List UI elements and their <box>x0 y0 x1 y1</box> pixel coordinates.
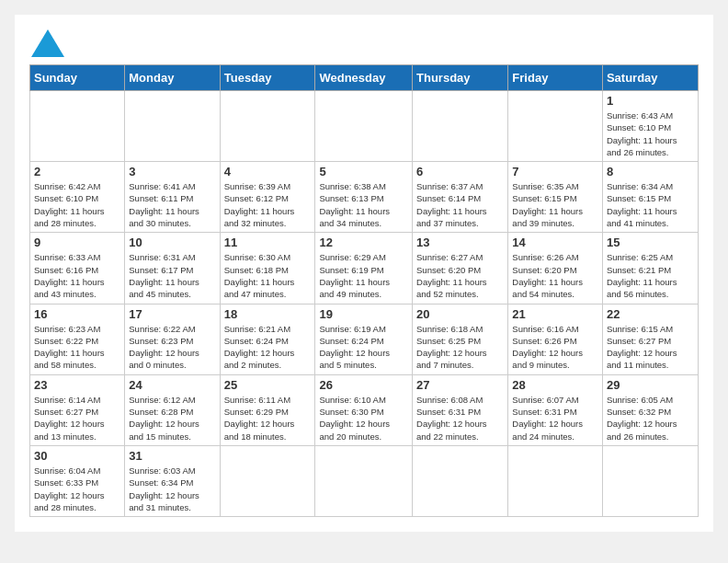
calendar-cell: 15Sunrise: 6:25 AM Sunset: 6:21 PM Dayli… <box>602 233 698 304</box>
day-number: 31 <box>129 449 215 463</box>
day-number: 6 <box>416 165 504 178</box>
day-info: Sunrise: 6:07 AM Sunset: 6:31 PM Dayligh… <box>512 394 598 442</box>
day-info: Sunrise: 6:27 AM Sunset: 6:20 PM Dayligh… <box>416 251 504 300</box>
calendar-cell: 12Sunrise: 6:29 AM Sunset: 6:19 PM Dayli… <box>315 233 413 304</box>
day-number: 10 <box>129 236 215 249</box>
day-number: 23 <box>34 378 120 392</box>
calendar-cell <box>125 91 220 162</box>
day-number: 22 <box>607 307 694 321</box>
day-info: Sunrise: 6:21 AM Sunset: 6:24 PM Dayligh… <box>224 323 312 372</box>
calendar-cell: 23Sunrise: 6:14 AM Sunset: 6:27 PM Dayli… <box>30 374 125 445</box>
day-info: Sunrise: 6:19 AM Sunset: 6:24 PM Dayligh… <box>319 323 408 372</box>
day-number: 21 <box>512 307 598 321</box>
day-number: 1 <box>607 94 694 108</box>
calendar-cell: 21Sunrise: 6:16 AM Sunset: 6:26 PM Dayli… <box>508 304 603 374</box>
day-info: Sunrise: 6:22 AM Sunset: 6:23 PM Dayligh… <box>129 323 215 372</box>
calendar-cell: 27Sunrise: 6:08 AM Sunset: 6:31 PM Dayli… <box>413 374 508 445</box>
day-info: Sunrise: 6:26 AM Sunset: 6:20 PM Dayligh… <box>512 251 598 300</box>
day-number: 25 <box>224 378 312 392</box>
calendar-cell: 9Sunrise: 6:33 AM Sunset: 6:16 PM Daylig… <box>30 233 125 304</box>
calendar-cell: 3Sunrise: 6:41 AM Sunset: 6:11 PM Daylig… <box>125 162 220 233</box>
day-number: 8 <box>607 165 694 178</box>
weekday-header-monday: Monday <box>125 65 220 91</box>
day-number: 2 <box>34 165 120 178</box>
calendar-cell: 14Sunrise: 6:26 AM Sunset: 6:20 PM Dayli… <box>508 233 603 304</box>
day-info: Sunrise: 6:12 AM Sunset: 6:28 PM Dayligh… <box>129 394 215 442</box>
calendar-cell: 29Sunrise: 6:05 AM Sunset: 6:32 PM Dayli… <box>602 374 698 445</box>
day-number: 27 <box>416 378 504 392</box>
calendar-cell: 2Sunrise: 6:42 AM Sunset: 6:10 PM Daylig… <box>30 162 125 233</box>
day-info: Sunrise: 6:08 AM Sunset: 6:31 PM Dayligh… <box>416 394 504 442</box>
day-info: Sunrise: 6:31 AM Sunset: 6:17 PM Dayligh… <box>129 251 215 300</box>
weekday-header-row: SundayMondayTuesdayWednesdayThursdayFrid… <box>30 65 699 91</box>
logo <box>29 29 64 57</box>
week-row-5: 30Sunrise: 6:04 AM Sunset: 6:33 PM Dayli… <box>30 445 699 516</box>
day-info: Sunrise: 6:14 AM Sunset: 6:27 PM Dayligh… <box>34 394 120 442</box>
day-info: Sunrise: 6:11 AM Sunset: 6:29 PM Dayligh… <box>224 394 312 442</box>
day-number: 17 <box>129 307 215 321</box>
day-info: Sunrise: 6:15 AM Sunset: 6:27 PM Dayligh… <box>607 323 694 372</box>
day-info: Sunrise: 6:33 AM Sunset: 6:16 PM Dayligh… <box>34 251 120 300</box>
weekday-header-saturday: Saturday <box>602 65 698 91</box>
weekday-header-wednesday: Wednesday <box>315 65 413 91</box>
day-number: 30 <box>34 449 120 463</box>
day-info: Sunrise: 6:43 AM Sunset: 6:10 PM Dayligh… <box>607 109 694 158</box>
calendar-cell: 11Sunrise: 6:30 AM Sunset: 6:18 PM Dayli… <box>220 233 315 304</box>
day-number: 18 <box>224 307 312 321</box>
calendar-cell: 28Sunrise: 6:07 AM Sunset: 6:31 PM Dayli… <box>508 374 603 445</box>
day-info: Sunrise: 6:41 AM Sunset: 6:11 PM Dayligh… <box>129 180 215 229</box>
calendar-cell: 31Sunrise: 6:03 AM Sunset: 6:34 PM Dayli… <box>125 445 220 516</box>
calendar-cell: 6Sunrise: 6:37 AM Sunset: 6:14 PM Daylig… <box>413 162 508 233</box>
calendar-cell: 30Sunrise: 6:04 AM Sunset: 6:33 PM Dayli… <box>30 445 125 516</box>
day-number: 5 <box>319 165 408 178</box>
day-info: Sunrise: 6:03 AM Sunset: 6:34 PM Dayligh… <box>129 465 215 513</box>
day-number: 12 <box>319 236 408 249</box>
calendar-cell <box>508 445 603 516</box>
day-info: Sunrise: 6:34 AM Sunset: 6:15 PM Dayligh… <box>607 180 694 229</box>
day-info: Sunrise: 6:37 AM Sunset: 6:14 PM Dayligh… <box>416 180 504 229</box>
day-number: 16 <box>34 307 120 321</box>
calendar-cell <box>413 445 508 516</box>
day-info: Sunrise: 6:16 AM Sunset: 6:26 PM Dayligh… <box>512 323 598 372</box>
calendar-cell <box>30 91 125 162</box>
calendar-page: SundayMondayTuesdayWednesdayThursdayFrid… <box>15 15 713 532</box>
svg-marker-0 <box>31 29 64 57</box>
calendar-cell: 5Sunrise: 6:38 AM Sunset: 6:13 PM Daylig… <box>315 162 413 233</box>
calendar-cell: 4Sunrise: 6:39 AM Sunset: 6:12 PM Daylig… <box>220 162 315 233</box>
day-info: Sunrise: 6:42 AM Sunset: 6:10 PM Dayligh… <box>34 180 120 229</box>
week-row-3: 16Sunrise: 6:23 AM Sunset: 6:22 PM Dayli… <box>30 304 699 374</box>
day-info: Sunrise: 6:38 AM Sunset: 6:13 PM Dayligh… <box>319 180 408 229</box>
calendar-cell: 25Sunrise: 6:11 AM Sunset: 6:29 PM Dayli… <box>220 374 315 445</box>
day-number: 24 <box>129 378 215 392</box>
calendar-cell: 8Sunrise: 6:34 AM Sunset: 6:15 PM Daylig… <box>602 162 698 233</box>
calendar-cell <box>602 445 698 516</box>
calendar-cell <box>508 91 603 162</box>
week-row-4: 23Sunrise: 6:14 AM Sunset: 6:27 PM Dayli… <box>30 374 699 445</box>
calendar-cell: 26Sunrise: 6:10 AM Sunset: 6:30 PM Dayli… <box>315 374 413 445</box>
day-info: Sunrise: 6:18 AM Sunset: 6:25 PM Dayligh… <box>416 323 504 372</box>
weekday-header-friday: Friday <box>508 65 603 91</box>
calendar-cell <box>315 445 413 516</box>
day-number: 4 <box>224 165 312 178</box>
day-number: 7 <box>512 165 598 178</box>
day-number: 14 <box>512 236 598 249</box>
day-number: 20 <box>416 307 504 321</box>
day-info: Sunrise: 6:30 AM Sunset: 6:18 PM Dayligh… <box>224 251 312 300</box>
calendar-cell <box>413 91 508 162</box>
calendar-cell: 17Sunrise: 6:22 AM Sunset: 6:23 PM Dayli… <box>125 304 220 374</box>
day-number: 15 <box>607 236 694 249</box>
calendar-cell: 13Sunrise: 6:27 AM Sunset: 6:20 PM Dayli… <box>413 233 508 304</box>
calendar-cell <box>220 445 315 516</box>
day-number: 29 <box>607 378 694 392</box>
weekday-header-thursday: Thursday <box>413 65 508 91</box>
day-info: Sunrise: 6:05 AM Sunset: 6:32 PM Dayligh… <box>607 394 694 442</box>
day-number: 19 <box>319 307 408 321</box>
header <box>29 29 699 57</box>
day-number: 26 <box>319 378 408 392</box>
calendar-cell: 16Sunrise: 6:23 AM Sunset: 6:22 PM Dayli… <box>30 304 125 374</box>
calendar-cell: 19Sunrise: 6:19 AM Sunset: 6:24 PM Dayli… <box>315 304 413 374</box>
week-row-0: 1Sunrise: 6:43 AM Sunset: 6:10 PM Daylig… <box>30 91 699 162</box>
calendar-cell: 10Sunrise: 6:31 AM Sunset: 6:17 PM Dayli… <box>125 233 220 304</box>
calendar-cell: 22Sunrise: 6:15 AM Sunset: 6:27 PM Dayli… <box>602 304 698 374</box>
calendar-cell: 1Sunrise: 6:43 AM Sunset: 6:10 PM Daylig… <box>602 91 698 162</box>
